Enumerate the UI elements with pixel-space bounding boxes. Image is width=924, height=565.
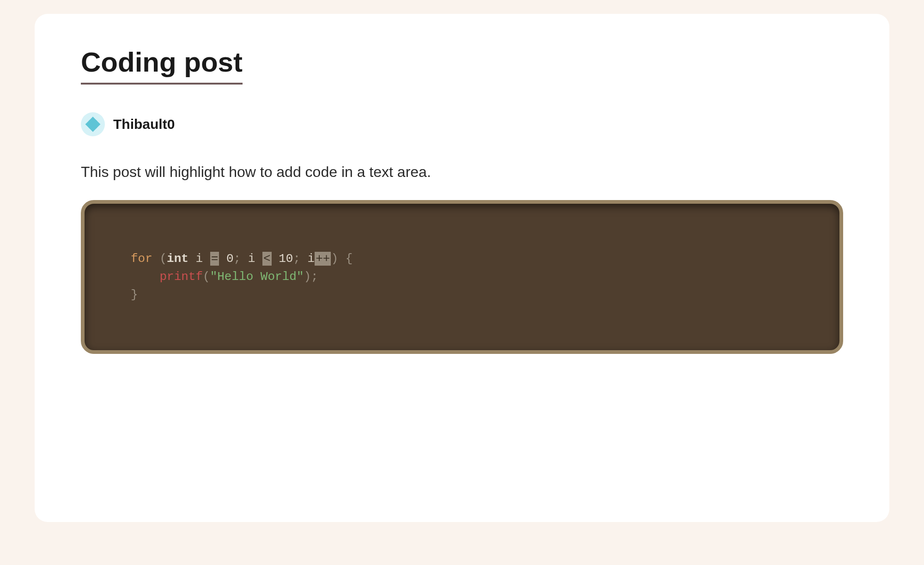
token-var-i: i xyxy=(195,252,203,266)
token-int: int xyxy=(167,252,188,266)
token-semi-1: ; xyxy=(234,252,241,266)
avatar-diamond-icon xyxy=(85,116,101,132)
author-row: Thibault0 xyxy=(81,112,843,136)
code-block: for (int i = 0; i < 10; i++) { printf("H… xyxy=(81,200,843,354)
token-semi-3: ; xyxy=(311,270,318,284)
token-ten: 10 xyxy=(279,252,293,266)
token-inc: ++ xyxy=(315,252,331,266)
indent xyxy=(131,270,159,284)
token-close-paren: ) xyxy=(331,252,338,266)
author-name[interactable]: Thibault0 xyxy=(113,116,175,132)
token-open-paren: ( xyxy=(159,252,167,266)
token-var-i-2: i xyxy=(248,252,255,266)
token-str-close: ) xyxy=(304,270,311,284)
token-semi-2: ; xyxy=(293,252,300,266)
post-title: Coding post xyxy=(81,46,243,85)
token-var-i-3: i xyxy=(308,252,315,266)
token-eq: = xyxy=(210,252,219,266)
token-string: "Hello World" xyxy=(210,270,304,284)
code-line-3: } xyxy=(131,286,807,304)
token-close-brace: } xyxy=(131,288,138,302)
token-printf: printf xyxy=(159,270,203,284)
code-line-1: for (int i = 0; i < 10; i++) { xyxy=(131,250,807,268)
token-open-brace: { xyxy=(346,252,353,266)
post-description: This post will highlight how to add code… xyxy=(81,162,843,182)
code-line-2: printf("Hello World"); xyxy=(131,268,807,286)
post-card: Coding post Thibault0 This post will hig… xyxy=(35,14,889,522)
token-for: for xyxy=(131,252,152,266)
token-str-open: ( xyxy=(203,270,210,284)
avatar[interactable] xyxy=(81,112,105,136)
token-zero: 0 xyxy=(226,252,234,266)
token-lt: < xyxy=(262,252,272,266)
